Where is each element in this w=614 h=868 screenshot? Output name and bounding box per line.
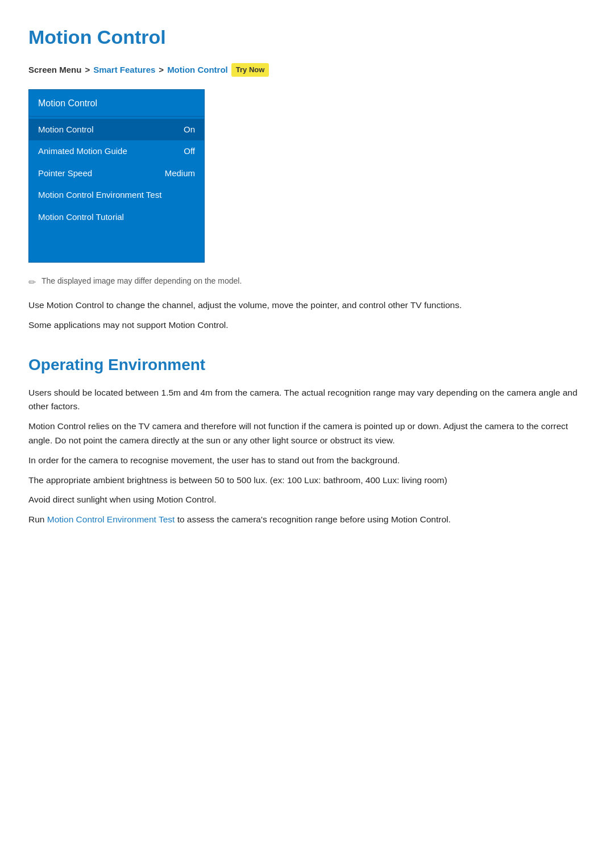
note-icon: ✏	[28, 276, 36, 289]
menu-item-label: Animated Motion Guide	[38, 145, 127, 158]
oe-paragraph-5: Avoid direct sunlight when using Motion …	[28, 493, 586, 507]
menu-item-pointer-speed[interactable]: Pointer Speed Medium	[29, 163, 204, 185]
environment-test-link[interactable]: Motion Control Environment Test	[47, 514, 175, 524]
menu-panel: Motion Control Motion Control On Animate…	[28, 89, 205, 263]
menu-item-value: Off	[184, 145, 195, 158]
oe-paragraph-1: Users should be located between 1.5m and…	[28, 386, 586, 414]
menu-item-label: Motion Control	[38, 123, 94, 136]
breadcrumb-motion-control[interactable]: Motion Control	[167, 64, 228, 77]
menu-item-environment-test[interactable]: Motion Control Environment Test	[29, 184, 204, 206]
breadcrumb-screen-menu: Screen Menu	[28, 64, 81, 77]
section-title-operating-environment: Operating Environment	[28, 353, 586, 377]
note-text: The displayed image may differ depending…	[42, 275, 242, 287]
body-paragraph-2: Some applications may not support Motion…	[28, 318, 586, 333]
menu-item-motion-control[interactable]: Motion Control On	[29, 119, 204, 141]
menu-item-label: Motion Control Tutorial	[38, 211, 124, 224]
oe-paragraph-4: The appropriate ambient brightness is be…	[28, 474, 586, 488]
menu-panel-title: Motion Control	[29, 90, 204, 117]
menu-item-value: On	[184, 123, 195, 136]
note: ✏ The displayed image may differ dependi…	[28, 275, 586, 289]
page-title: Motion Control	[28, 23, 586, 52]
breadcrumb-sep2: >	[159, 64, 164, 77]
menu-item-tutorial[interactable]: Motion Control Tutorial	[29, 206, 204, 229]
oe-paragraph-3: In order for the camera to recognise mov…	[28, 454, 586, 468]
menu-item-animated-motion-guide[interactable]: Animated Motion Guide Off	[29, 140, 204, 163]
menu-item-value: Medium	[165, 167, 195, 180]
oe-last-prefix: Run	[28, 514, 47, 524]
try-now-badge[interactable]: Try Now	[231, 63, 269, 77]
menu-item-label: Pointer Speed	[38, 167, 92, 180]
oe-last-suffix: to assess the camera's recognition range…	[175, 514, 450, 524]
menu-item-label: Motion Control Environment Test	[38, 189, 161, 202]
oe-paragraph-last: Run Motion Control Environment Test to a…	[28, 513, 586, 527]
breadcrumb-sep1: >	[85, 64, 90, 77]
menu-items-list: Motion Control On Animated Motion Guide …	[29, 119, 204, 229]
oe-paragraph-2: Motion Control relies on the TV camera a…	[28, 420, 586, 448]
breadcrumb: Screen Menu > Smart Features > Motion Co…	[28, 63, 586, 77]
body-paragraph-1: Use Motion Control to change the channel…	[28, 298, 586, 313]
breadcrumb-smart-features[interactable]: Smart Features	[93, 64, 155, 77]
